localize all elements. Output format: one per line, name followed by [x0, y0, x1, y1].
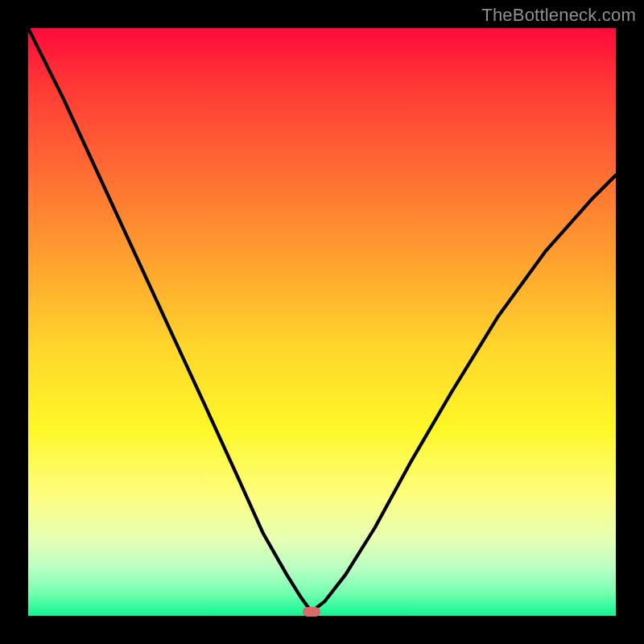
bottleneck-curve: [28, 28, 616, 616]
plot-area: [28, 28, 616, 616]
chart-frame: TheBottleneck.com: [0, 0, 644, 644]
watermark-text: TheBottleneck.com: [481, 5, 636, 26]
minimum-marker: [303, 607, 320, 617]
